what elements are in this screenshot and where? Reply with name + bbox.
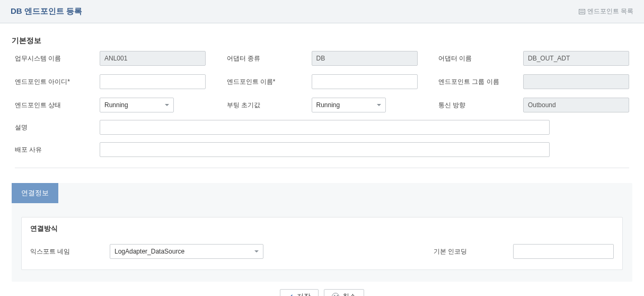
page-header: DB 엔드포인트 등록 엔드포인트 목록 (0, 0, 644, 23)
list-icon (579, 9, 585, 14)
chevron-down-icon (165, 104, 169, 106)
endpoint-list-link[interactable]: 엔드포인트 목록 (579, 7, 633, 16)
label-system-name: 업무시스템 이름 (15, 54, 100, 63)
field-system-name: ANL001 (100, 51, 206, 66)
field-endpoint-group (523, 74, 629, 89)
field-adapter-name: DB_OUT_ADT (523, 51, 629, 66)
content: 기본정보 업무시스템 이름 ANL001 어댑터 종류 DB 어댑터 이름 DB… (0, 23, 644, 296)
field-comm-dir: Outbound (523, 98, 629, 112)
connection-method-title: 연결방식 (22, 217, 622, 237)
cancel-icon (332, 293, 339, 296)
label-desc: 설명 (15, 123, 100, 132)
cancel-button-label: 취소 (342, 292, 356, 296)
page-title: DB 엔드포인트 등록 (11, 6, 82, 16)
save-button-label: 저장 (297, 292, 311, 296)
check-icon: ✓ (288, 293, 294, 297)
label-endpoint-status: 엔드포인트 상태 (15, 101, 100, 110)
basic-form: 업무시스템 이름 ANL001 어댑터 종류 DB 어댑터 이름 DB_OUT_… (12, 51, 632, 112)
input-endpoint-id[interactable] (100, 74, 206, 89)
chevron-down-icon (377, 104, 381, 106)
input-deploy-reason[interactable] (100, 142, 550, 157)
save-button[interactable]: ✓ 저장 (280, 289, 319, 296)
select-boot-init-value: Running (316, 101, 340, 109)
input-default-encoding[interactable] (513, 244, 614, 259)
connection-panel: 연결정보 연결방식 익스포트 네임 LogAdapter_DataSource … (12, 183, 632, 282)
input-endpoint-name[interactable] (312, 74, 418, 89)
label-boot-init: 부팅 초기값 (227, 101, 312, 110)
label-default-encoding: 기본 인코딩 (434, 247, 513, 256)
label-deploy-reason: 배포 사유 (15, 145, 100, 154)
select-endpoint-status-value: Running (104, 101, 128, 109)
select-export-name-value: LogAdapter_DataSource (114, 248, 184, 255)
label-endpoint-name: 엔드포인트 이름* (227, 77, 312, 86)
endpoint-list-label: 엔드포인트 목록 (587, 7, 633, 16)
footer-buttons: ✓ 저장 취소 (12, 282, 632, 296)
chevron-down-icon (254, 250, 259, 253)
label-export-name: 익스포트 네임 (30, 247, 110, 256)
divider (15, 168, 629, 168)
select-endpoint-status[interactable]: Running (100, 98, 174, 112)
select-boot-init[interactable]: Running (312, 98, 386, 112)
field-adapter-type: DB (312, 51, 418, 66)
basic-info-title: 기본정보 (12, 36, 632, 46)
cancel-button[interactable]: 취소 (324, 289, 364, 296)
label-adapter-name: 어댑터 이름 (438, 54, 523, 63)
label-adapter-type: 어댑터 종류 (227, 54, 312, 63)
label-endpoint-id: 엔드포인트 아이디* (15, 77, 100, 86)
tab-connection-info[interactable]: 연결정보 (12, 183, 58, 203)
connection-box: 연결방식 익스포트 네임 LogAdapter_DataSource 기본 인코… (21, 217, 623, 270)
select-export-name[interactable]: LogAdapter_DataSource (110, 244, 263, 259)
input-desc[interactable] (100, 120, 550, 135)
label-comm-dir: 통신 방향 (438, 101, 523, 110)
label-endpoint-group: 엔드포인트 그룹 이름 (438, 77, 523, 86)
